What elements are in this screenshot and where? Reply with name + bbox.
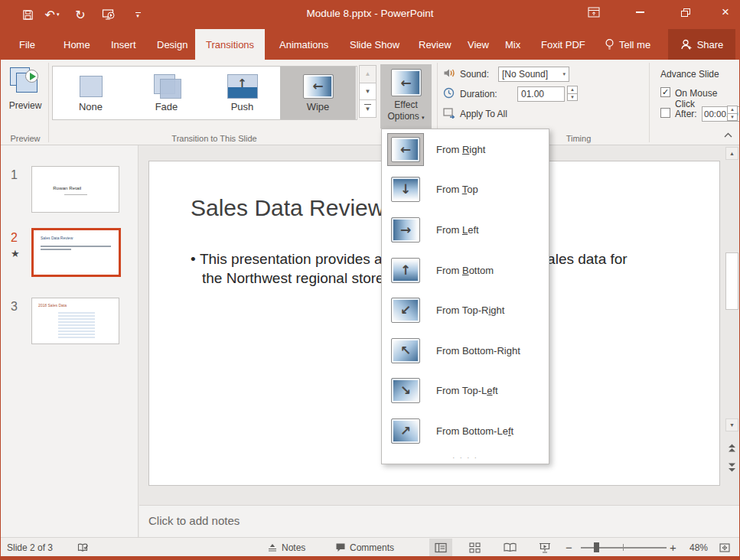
slide-2-number: 2: [11, 231, 18, 245]
status-bar: Slide 2 of 3 Notes Comments −: [1, 537, 739, 556]
scroll-down-icon[interactable]: ▼: [725, 418, 738, 431]
tab-insert[interactable]: Insert: [100, 29, 147, 60]
vertical-scrollbar[interactable]: ▲ ▼: [725, 147, 738, 482]
slide-3-thumbnail[interactable]: 2018 Sales Data: [31, 298, 119, 344]
notes-toggle[interactable]: Notes: [267, 538, 305, 557]
push-arrow-icon: ↑: [228, 78, 257, 90]
preview-label: Preview: [9, 100, 42, 111]
apply-to-all-button[interactable]: Apply To All: [460, 109, 507, 119]
transition-gallery: None Fade ↑ Push ← Wi: [52, 66, 357, 120]
close-button[interactable]: ×: [712, 2, 738, 22]
group-label-transition: Transition to This Slide: [52, 134, 377, 143]
sound-label: Sound:: [460, 69, 489, 80]
duration-input[interactable]: 01.00: [517, 86, 565, 102]
zoom-in-icon[interactable]: +: [670, 538, 676, 557]
slide-indicator: Slide 2 of 3: [7, 538, 53, 557]
menu-item-from-left[interactable]: → From Left: [382, 210, 549, 250]
scroll-up-icon[interactable]: ▲: [725, 147, 738, 160]
menu-resize-grip[interactable]: · · · ·: [382, 454, 549, 461]
slide-1-thumbnail[interactable]: Rowan Retail: [31, 166, 119, 213]
slide-title[interactable]: Sales Data Review: [191, 195, 384, 221]
apply-to-all-icon: [443, 108, 456, 119]
zoom-out-icon[interactable]: −: [566, 538, 572, 557]
sound-speaker-icon: [443, 67, 456, 79]
spinner-down-icon: ▼: [567, 93, 578, 102]
previous-slide-icon[interactable]: [725, 441, 738, 454]
slide-show-view-icon[interactable]: [533, 539, 556, 556]
spell-check-icon[interactable]: [77, 538, 90, 557]
ribbon-display-options-icon[interactable]: [581, 2, 607, 22]
tell-me-box[interactable]: Tell me: [594, 29, 661, 60]
effect-options-icon: ←: [391, 69, 422, 96]
powerpoint-window: ↶▾ ↻ ▾ Module 8.pptx - PowerPoint × File…: [0, 0, 740, 560]
reading-view-icon[interactable]: [498, 539, 521, 556]
effect-options-menu: ← From Right ↓ From Top → From Left ↑ Fr…: [381, 129, 549, 464]
slide-bullet-line2[interactable]: the Northwest regional stores.: [202, 270, 395, 287]
menu-item-from-bottom[interactable]: ↑ From Bottom: [382, 250, 549, 291]
gallery-scroll-down-icon[interactable]: ▼: [359, 83, 377, 101]
sound-dropdown-icon[interactable]: ▾: [562, 71, 566, 77]
transition-none[interactable]: None: [53, 67, 129, 119]
duration-spinner[interactable]: ▲▼: [567, 86, 578, 101]
notes-pane[interactable]: Click to add notes: [139, 505, 740, 537]
on-mouse-click-checkbox[interactable]: ✓: [660, 87, 670, 97]
slide-sorter-view-icon[interactable]: [463, 539, 486, 556]
after-checkbox[interactable]: [660, 108, 670, 118]
tab-file[interactable]: File: [8, 29, 46, 60]
wipe-from-top-right-icon: ↙: [391, 298, 420, 323]
wipe-from-bottom-icon: ↑: [391, 258, 420, 283]
scrollbar-thumb[interactable]: [725, 252, 738, 310]
wipe-from-left-icon: →: [391, 217, 420, 243]
tab-design[interactable]: Design: [146, 29, 198, 60]
transition-push[interactable]: ↑ Push: [204, 67, 280, 119]
tab-view[interactable]: View: [457, 29, 500, 60]
gallery-more-icon[interactable]: ▼: [359, 99, 377, 118]
normal-view-icon[interactable]: [429, 539, 452, 556]
window-bottom-border: [1, 556, 739, 560]
gallery-scroll-up-icon[interactable]: ▲: [359, 65, 377, 83]
wipe-from-bottom-right-icon: ↖: [391, 338, 420, 363]
notes-placeholder[interactable]: Click to add notes: [148, 514, 240, 527]
tab-review[interactable]: Review: [408, 29, 462, 60]
preview-icon: [10, 67, 41, 96]
collapse-ribbon-icon[interactable]: [723, 132, 733, 138]
share-button[interactable]: Share: [668, 29, 735, 60]
menu-item-from-bottom-right[interactable]: ↖ From Bottom-Right: [382, 330, 549, 371]
group-label-preview: Preview: [4, 134, 47, 143]
lightbulb-icon: [605, 38, 614, 50]
slide-2-thumbnail[interactable]: Sales Data Review: [31, 228, 121, 277]
next-slide-icon[interactable]: [725, 461, 738, 474]
zoom-slider-thumb[interactable]: [594, 542, 599, 552]
comments-icon: [335, 542, 346, 552]
minimize-button[interactable]: [627, 2, 653, 22]
comments-toggle[interactable]: Comments: [335, 538, 394, 557]
after-spinner[interactable]: ▲▼: [727, 106, 738, 121]
wipe-from-bottom-left-icon: ↗: [391, 418, 420, 444]
tab-home[interactable]: Home: [53, 29, 101, 60]
tab-foxit-pdf[interactable]: Foxit PDF: [530, 29, 596, 60]
share-label: Share: [697, 39, 724, 50]
preview-button[interactable]: Preview: [4, 64, 47, 129]
wipe-from-top-icon: ↓: [391, 177, 420, 202]
sound-select[interactable]: [No Sound] ▾: [498, 67, 569, 82]
fit-slide-to-window-icon[interactable]: [719, 538, 731, 557]
menu-item-from-top-right[interactable]: ↙ From Top-Right: [382, 290, 549, 330]
tab-mix[interactable]: Mix: [494, 29, 531, 60]
menu-item-from-top-left[interactable]: ↘ From Top-Left: [382, 371, 549, 412]
zoom-level[interactable]: 48%: [689, 538, 708, 557]
tab-slide-show[interactable]: Slide Show: [339, 29, 410, 60]
transition-wipe[interactable]: ← Wipe: [280, 67, 356, 119]
menu-item-from-top[interactable]: ↓ From Top: [382, 170, 549, 210]
wipe-arrow-icon: ←: [312, 80, 323, 93]
menu-item-from-right[interactable]: ← From Right: [382, 129, 549, 170]
tab-animations[interactable]: Animations: [269, 29, 339, 60]
duration-clock-icon: [443, 87, 455, 99]
transition-star-icon: ★: [11, 248, 20, 259]
effect-options-button[interactable]: ← Effect Options ▾: [380, 64, 432, 129]
menu-item-from-bottom-left[interactable]: ↗ From Bottom-Left: [382, 411, 549, 451]
tab-transitions[interactable]: Transitions: [195, 29, 265, 60]
transition-fade[interactable]: Fade: [129, 67, 204, 119]
slide-thumbnail-panel: 1 Rowan Retail 2 ★ Sales Data Review 3 2…: [1, 145, 139, 537]
restore-button[interactable]: [673, 2, 699, 22]
slide-3-table: [58, 312, 95, 340]
